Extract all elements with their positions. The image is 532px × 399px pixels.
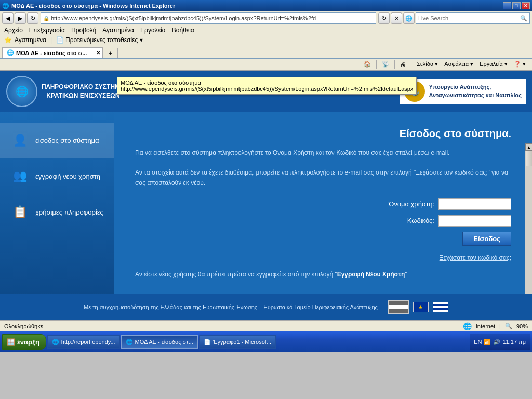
page-wrapper: 🌐 ΠΛΗΡΟΦΟΡΙΑΚΟ ΣΥΣΤΗΜΑ ΚΡΑΤΙΚΩΝ ΕΝΙΣΧΥΣΕ… — [0, 71, 532, 320]
stop-button[interactable]: ✕ — [391, 12, 402, 24]
username-label: Όνομα χρήστη: — [389, 200, 434, 208]
sidebar-login-label: είσοδος στο σύστημα — [35, 137, 99, 144]
logo-line2: ΚΡΑΤΙΚΩΝ ΕΝΙΣΧΥΣΕΩΝ — [42, 91, 125, 100]
tab-icon: 🌐 — [7, 49, 14, 56]
taskbar-item-report[interactable]: 🌐 http://report.ependy... — [47, 335, 120, 349]
register-text: Αν είστε νέος χρήστης θα πρέπει πρώτα να… — [135, 270, 511, 280]
address-text: http://www.ependyseis.gr/mis/(S(xt5ipbil… — [51, 15, 374, 21]
password-label: Κωδικός: — [407, 217, 434, 224]
ministry-logo: ⚓ Υπουργείο Ανάπτυξης, Ανταγωνιστικότητα… — [400, 79, 526, 104]
login-desc-text2: Αν τα στοιχεία αυτά δεν τα έχετε διαθέσι… — [135, 169, 508, 186]
eu-flag-icon: ★ — [413, 302, 429, 312]
tools-toolbar-button[interactable]: Εργαλεία ▾ — [477, 60, 510, 69]
scroll-up-button[interactable]: ▲ — [525, 143, 532, 151]
tab-bar: 🌐 ΜΟΔ ΑΕ - είσοδος στο σ... ✕ + — [0, 45, 532, 59]
status-right: 🌐 Internet | 🔍 90% — [463, 322, 528, 330]
tab-main[interactable]: 🌐 ΜΟΔ ΑΕ - είσοδος στο σ... ✕ — [2, 47, 103, 58]
ministry-line2: Ανταγωνιστικότητας και Ναυτιλίας — [429, 91, 522, 99]
volume-icon: 🔊 — [493, 339, 500, 345]
menu-tools[interactable]: Εργαλεία — [140, 26, 166, 34]
forgot-password-link[interactable]: Ξεχάσατε τον κωδικό σας; — [135, 254, 511, 261]
refresh-go-button[interactable]: ↻ — [378, 12, 390, 24]
menu-help[interactable]: Βοήθεια — [172, 26, 194, 34]
tooltip-popup: ΜΟΔ ΑΕ - είσοδος στο σύστημα http://www.… — [117, 77, 417, 95]
start-label: έναρξη — [17, 338, 39, 346]
window-title: ΜΟΔ ΑΕ - είσοδος στο σύστημα - Windows I… — [11, 3, 175, 9]
sidebar-item-login[interactable]: 👤 είσοδος στο σύστημα — [0, 123, 114, 158]
rss-button[interactable]: 📡 — [380, 60, 391, 69]
taskbar-label-2: Έγγραφο1 - Microsof... — [213, 339, 271, 345]
forward-button[interactable]: ▶ — [15, 12, 26, 24]
login-form: Όνομα χρήστη: Κωδικός: Είσοδος — [135, 198, 511, 246]
sidebar-item-info[interactable]: 📋 χρήσιμες πληροφορίες — [0, 194, 114, 230]
safety-button[interactable]: Ασφάλεια ▾ — [442, 60, 475, 69]
maximize-button[interactable]: □ — [512, 2, 521, 9]
tooltip-line2: http://www.ependyseis.gr/mis/(S(xt5ipbil… — [121, 86, 413, 92]
nav-bar: ◀ ▶ ↻ 🔒 http://www.ependyseis.gr/mis/(S(… — [0, 11, 532, 25]
tab-title: ΜΟΔ ΑΕ - είσοδος στο σ... — [16, 50, 87, 56]
favorites-button[interactable]: ⭐ Αγαπημένα — [4, 36, 46, 44]
tab-close-button[interactable]: ✕ — [96, 50, 100, 56]
search-icon[interactable]: 🔍 — [520, 15, 527, 22]
browser-chrome: ◀ ▶ ↻ 🔒 http://www.ependyseis.gr/mis/(S(… — [0, 11, 532, 71]
ministry-text: Υπουργείο Ανάπτυξης, Ανταγωνιστικότητας … — [429, 83, 522, 99]
home-toolbar-button[interactable]: 🏠 — [362, 60, 373, 69]
back-button[interactable]: ◀ — [2, 12, 14, 24]
zoom-level: 90% — [516, 323, 528, 329]
taskbar-item-mod[interactable]: 🌐 ΜΟΔ ΑΕ - είσοδος στ... — [121, 335, 198, 349]
zoom-icon: 🔍 — [505, 323, 512, 329]
print-button[interactable]: 🖨 — [398, 60, 408, 69]
browser-icon: 🌐 — [2, 3, 9, 9]
help-button[interactable]: ❓ ▾ — [512, 60, 528, 69]
toolbar-row: 🏠 📡 🖨 Σελίδα ▾ Ασφάλεια ▾ Εργαλεία ▾ ❓ ▾ — [0, 59, 532, 70]
search-bar[interactable]: Live Search 🔍 — [416, 12, 530, 24]
taskbar-icon-2: 📄 — [204, 339, 211, 345]
login-desc-text: Για να εισέλθετε στο σύστημα πληκτρολογή… — [135, 149, 449, 156]
suggested-label: Προτεινόμενες τοποθεσίες ▾ — [65, 36, 143, 44]
login-panel: Είσοδος στο σύστημα. Για να εισέλθετε στ… — [114, 112, 532, 294]
main-content: 👤 είσοδος στο σύστημα 👥 εγγραφή νέου χρή… — [0, 112, 532, 294]
close-button[interactable]: ✕ — [522, 2, 530, 9]
minimize-button[interactable]: ─ — [503, 2, 511, 9]
username-input[interactable] — [438, 198, 511, 210]
toolbar-separator — [376, 60, 377, 69]
password-row: Κωδικός: — [407, 215, 511, 227]
status-text: Ολοκληρώθηκε — [4, 323, 43, 329]
lang-indicator: EN — [474, 339, 482, 345]
lock-icon: 🔒 — [43, 16, 49, 21]
ie-icon-button: 🌐 — [403, 12, 415, 24]
menu-file[interactable]: Αρχείο — [4, 26, 23, 34]
page-button[interactable]: Σελίδα ▾ — [415, 60, 440, 69]
browser-scrollbar[interactable]: ▲ ▼ — [525, 143, 532, 294]
zoom-separator: | — [499, 323, 501, 329]
new-tab-button[interactable]: + — [103, 48, 117, 58]
page-icon: 📄 — [56, 36, 64, 44]
system-clock: 11:17 πμ — [502, 339, 526, 345]
left-sidebar: 👤 είσοδος στο σύστημα 👥 εγγραφή νέου χρή… — [0, 112, 114, 294]
footer-bar: Με τη συγχρηματοδότηση της Ελλάδας και τ… — [0, 294, 532, 320]
login-button[interactable]: Είσοδος — [462, 232, 511, 246]
scroll-thumb[interactable] — [526, 151, 532, 166]
sidebar-info-label: χρήσιμες πληροφορίες — [35, 208, 103, 216]
taskbar-right: EN 📶 🔊 11:17 πμ — [470, 334, 530, 350]
menu-view[interactable]: Προβολή — [71, 26, 96, 34]
register-text-before: Αν είστε νέος χρήστης θα πρέπει πρώτα να… — [135, 271, 337, 278]
taskbar-items: 🌐 http://report.ependy... 🌐 ΜΟΔ ΑΕ - είσ… — [47, 335, 469, 349]
login-title: Είσοδος στο σύστημα. — [135, 128, 511, 140]
taskbar-item-word[interactable]: 📄 Έγγραφο1 - Microsof... — [199, 335, 276, 349]
sidebar-item-register[interactable]: 👥 εγγραφή νέου χρήστη — [0, 158, 114, 194]
gr-flag-icon — [433, 302, 448, 312]
start-button[interactable]: 🪟 έναρξη — [2, 334, 46, 350]
network-icon: 📶 — [484, 339, 491, 345]
menu-favorites[interactable]: Αγαπημένα — [102, 26, 134, 34]
logo-globe-icon: 🌐 — [6, 76, 37, 107]
address-bar[interactable]: 🔒 http://www.ependyseis.gr/mis/(S(xt5ipb… — [41, 12, 376, 24]
suggested-sites-button[interactable]: 📄 Προτεινόμενες τοποθεσίες ▾ — [56, 36, 143, 44]
register-new-user-link[interactable]: Εγγραφή Νέου Χρήστη — [337, 271, 405, 278]
password-input[interactable] — [438, 215, 511, 227]
zone-text: Internet — [476, 323, 495, 329]
menu-edit[interactable]: Επεξεργασία — [29, 26, 65, 34]
title-bar: 🌐 ΜΟΔ ΑΕ - είσοδος στο σύστημα - Windows… — [0, 0, 532, 11]
refresh-button[interactable]: ↻ — [27, 12, 38, 24]
logo-line1: ΠΛΗΡΟΦΟΡΙΑΚΟ ΣΥΣΤΗΜΑ — [42, 83, 125, 91]
